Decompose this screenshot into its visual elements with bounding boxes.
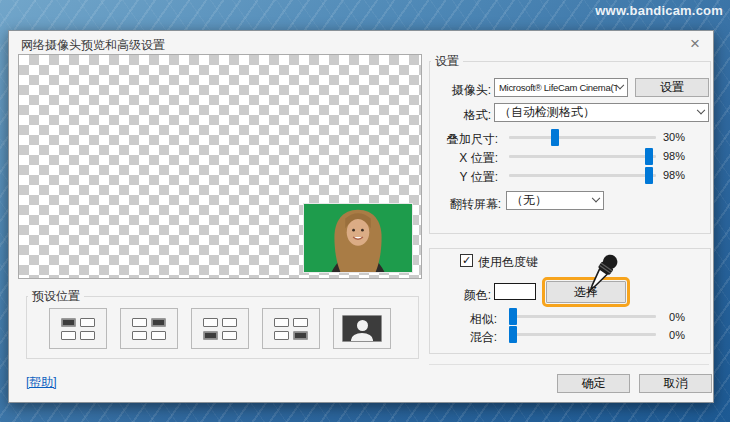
chevron-down-icon [616,80,624,88]
cancel-button[interactable]: 取消 [639,374,712,393]
bandicam-watermark: www.bandicam.com [595,3,723,18]
chevron-down-icon [592,193,600,201]
flip-screen-value: （无） [511,192,593,209]
position-top-right-icon [132,318,166,340]
close-icon[interactable]: × [685,34,705,54]
y-position-slider[interactable] [509,174,656,177]
blend-slider[interactable] [509,333,656,336]
position-bottom-right-icon [274,318,308,340]
x-position-value: 98% [639,150,685,162]
webcam-settings-dialog: 网络摄像头预览和高级设置 × 预设位置 [8,30,714,403]
dialog-title: 网络摄像头预览和高级设置 [21,37,165,54]
position-top-left-icon [61,318,95,340]
color-swatch[interactable] [494,283,536,300]
overlay-size-value: 30% [639,131,685,143]
help-link[interactable]: [帮助] [26,374,57,391]
footer-separator [429,364,709,365]
preset-bottom-left-button[interactable] [191,308,249,349]
use-chroma-key-checkbox[interactable]: ✓ [460,254,473,267]
camera-select[interactable]: Microsoft® LifeCam Cinema(TM) [494,78,628,97]
preset-bottom-right-button[interactable] [262,308,320,349]
overlay-size-label: 叠加尺寸: [429,131,498,148]
y-position-label: Y 位置: [429,169,498,186]
preset-group-label: 预设位置 [28,288,84,305]
settings-group-label: 设置 [431,53,463,70]
preset-top-right-button[interactable] [120,308,178,349]
flip-screen-label: 翻转屏幕: [429,196,501,213]
eyedropper-icon [574,247,634,311]
preset-top-left-button[interactable] [49,308,107,349]
similarity-value: 0% [639,311,685,323]
blend-label: 混合: [439,329,497,346]
similarity-slider[interactable] [509,315,656,318]
slider-thumb[interactable] [509,326,517,343]
use-chroma-key-label: 使用色度键 [478,254,548,271]
flip-screen-select[interactable]: （无） [506,191,604,210]
x-position-label: X 位置: [429,150,498,167]
y-position-value: 98% [639,169,685,181]
slider-thumb[interactable] [551,129,559,146]
fullscreen-person-icon [342,315,382,342]
x-position-slider[interactable] [509,155,656,158]
ok-button[interactable]: 确定 [557,374,630,393]
webcam-overlay-image[interactable] [303,203,413,273]
format-select[interactable]: （自动检测格式） [494,103,709,122]
webcam-preview-area[interactable] [18,54,422,279]
format-label: 格式: [429,107,491,124]
camera-label: 摄像头: [429,82,491,99]
blend-value: 0% [639,329,685,341]
camera-value: Microsoft® LifeCam Cinema(TM) [499,82,617,93]
color-label: 颜色: [439,287,491,304]
desktop-background: www.bandicam.com 网络摄像头预览和高级设置 × 预设位置 [0,0,730,422]
format-value: （自动检测格式） [499,104,698,121]
position-bottom-left-icon [203,318,237,340]
overlay-size-slider[interactable] [509,136,656,139]
chevron-down-icon [697,105,705,113]
similarity-label: 相似: [439,311,497,328]
preset-fullscreen-button[interactable] [333,308,391,349]
slider-thumb[interactable] [509,308,517,325]
preset-buttons-row [49,308,391,349]
camera-settings-button[interactable]: 设置 [635,78,709,97]
